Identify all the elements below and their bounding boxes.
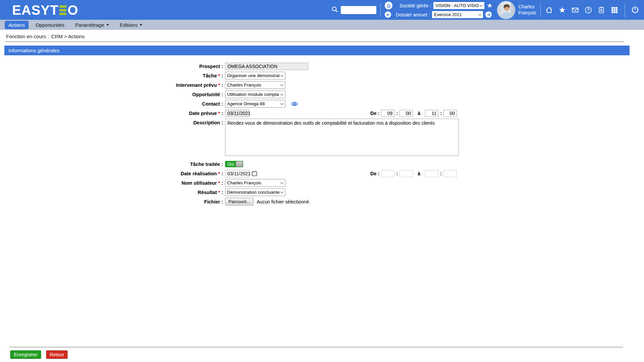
time-realisation-from-min[interactable] bbox=[399, 170, 413, 177]
date-realisation-field[interactable]: 03/11/2021 bbox=[225, 170, 249, 177]
apps-grid-icon[interactable] bbox=[610, 6, 619, 14]
previous-year-icon[interactable] bbox=[385, 11, 391, 18]
mail-icon[interactable] bbox=[571, 6, 580, 14]
form-row-intervenant: Intervenant prévu * : Charles François bbox=[0, 81, 644, 89]
company-home-icon[interactable] bbox=[385, 2, 392, 9]
dossier-label: Dossier annuel : bbox=[393, 12, 430, 17]
societe-row: Société gérée : VISION - AUTO VISION ★ bbox=[385, 2, 492, 9]
form-row-tache: Tâche * : Organiser une démonstratio bbox=[0, 72, 644, 79]
time-realisation-from-hour[interactable] bbox=[381, 170, 394, 177]
tache-traitee-label: Tâche traitée : bbox=[0, 162, 223, 167]
societe-select[interactable]: VISION - AUTO VISION bbox=[433, 2, 484, 9]
save-button[interactable]: Enregistrer bbox=[10, 350, 41, 359]
calendar-icon[interactable] bbox=[252, 171, 257, 176]
tache-traitee-toggle[interactable]: Oui bbox=[225, 161, 243, 167]
nom-utilisateur-select[interactable]: Charles François bbox=[225, 179, 285, 187]
time-prevue-to-hour[interactable] bbox=[425, 110, 438, 117]
page: EASYT O Société gérée : VISION bbox=[0, 0, 644, 362]
menu-parametrage-label: Paramétrage bbox=[75, 22, 104, 28]
favorites-icon[interactable]: ★ bbox=[558, 6, 567, 14]
time-realisation-to-hour[interactable] bbox=[425, 170, 438, 177]
resultat-select[interactable]: Démonstration concluante bbox=[225, 188, 285, 196]
toggle-on-label: Oui bbox=[225, 162, 234, 167]
form-row-contact: Contact : Agence Omega 88 bbox=[0, 100, 644, 108]
chevron-down-icon bbox=[280, 190, 284, 193]
caret-down-icon bbox=[140, 24, 142, 26]
a-label: à bbox=[418, 171, 420, 176]
user-block[interactable]: Charles François bbox=[497, 1, 536, 19]
dossier-select[interactable]: Exercice 2021 bbox=[432, 11, 483, 18]
section-header: Informations générales bbox=[4, 46, 630, 55]
breadcrumb: Fonction en cours :CRM > Actions bbox=[0, 30, 644, 42]
menu-parametrage[interactable]: Paramétrage bbox=[71, 21, 113, 29]
tab-actions-label: Actions bbox=[8, 22, 25, 28]
header-icon-strip: ★ ? bbox=[545, 3, 639, 17]
time-prevue-group: De : : à : bbox=[370, 110, 459, 117]
date-prevue-label: Date prévue * : bbox=[0, 111, 223, 116]
logo-text-right: O bbox=[67, 3, 78, 17]
form-row-description: Description : Rendez-vous de démonstrati… bbox=[0, 119, 644, 156]
contact-select[interactable]: Agence Omega 88 bbox=[225, 100, 285, 108]
breadcrumb-label: Fonction en cours : bbox=[6, 34, 49, 39]
intervenant-select[interactable]: Charles François bbox=[225, 81, 285, 89]
logo-text-left: EASYT bbox=[12, 3, 58, 17]
time-prevue-from-min[interactable] bbox=[399, 110, 413, 117]
tab-opportunites[interactable]: Opportunités bbox=[32, 21, 68, 29]
header-divider bbox=[625, 3, 625, 17]
de-label: De : bbox=[370, 171, 379, 176]
user-first-name: Charles bbox=[518, 4, 536, 10]
time-prevue-from-hour[interactable] bbox=[381, 110, 394, 117]
notes-icon[interactable] bbox=[597, 6, 606, 14]
prospect-label: Prospect : bbox=[0, 64, 223, 69]
avatar bbox=[497, 1, 515, 19]
tache-select[interactable]: Organiser une démonstratio bbox=[225, 72, 285, 79]
app-logo: EASYT O bbox=[12, 3, 78, 17]
form-row-resultat: Résultat * : Démonstration concluante bbox=[0, 188, 644, 196]
svg-text:?: ? bbox=[587, 8, 590, 12]
main-nav: Actions Opportunités Paramétrage Edition… bbox=[0, 20, 644, 30]
tache-label: Tâche * : bbox=[0, 73, 223, 78]
time-prevue-to-min[interactable] bbox=[443, 110, 457, 117]
date-realisation-label: Date réalisation * : bbox=[0, 171, 223, 176]
browse-file-button[interactable]: Parcourir... bbox=[225, 198, 254, 205]
tab-opportunites-label: Opportunités bbox=[36, 22, 64, 28]
time-realisation-group: De : : à : bbox=[370, 170, 459, 177]
header-divider bbox=[380, 3, 381, 17]
contact-label: Contact : bbox=[0, 101, 223, 107]
time-realisation-to-min[interactable] bbox=[443, 170, 457, 177]
home-icon[interactable] bbox=[545, 6, 553, 14]
favorite-star-icon[interactable]: ★ bbox=[487, 2, 492, 9]
description-label: Description : bbox=[0, 119, 223, 125]
chevron-down-icon bbox=[280, 181, 284, 184]
colon-separator: : bbox=[440, 111, 442, 116]
form-row-opportunite: Opportunité : Utilisation module compta bbox=[0, 90, 644, 98]
a-label: à bbox=[418, 111, 420, 116]
caret-down-icon bbox=[106, 24, 109, 26]
opportunite-select[interactable]: Utilisation module compta bbox=[225, 90, 285, 98]
form-row-tache-traitee: Tâche traitée : Oui bbox=[0, 160, 644, 168]
next-year-icon[interactable] bbox=[485, 11, 492, 18]
nom-utilisateur-label: Nom utilisateur * : bbox=[0, 180, 223, 186]
context-selectors: Société gérée : VISION - AUTO VISION ★ D… bbox=[385, 2, 492, 18]
search-icon bbox=[331, 6, 338, 14]
date-prevue-field[interactable]: 03/11/2021 bbox=[225, 110, 249, 117]
dossier-value: Exercice 2021 bbox=[434, 12, 462, 17]
menu-editions[interactable]: Editions bbox=[116, 21, 146, 29]
global-search-input[interactable] bbox=[341, 6, 376, 14]
chevron-down-icon bbox=[280, 83, 284, 86]
chevron-down-icon bbox=[478, 12, 482, 16]
form-row-prospect: Prospect : OMEGA ASSOCIATION bbox=[0, 62, 644, 70]
power-icon[interactable] bbox=[631, 6, 639, 14]
header-divider bbox=[540, 3, 541, 17]
back-button[interactable]: Retour bbox=[46, 350, 68, 359]
footer-buttons: Enregistrer Retour bbox=[10, 350, 644, 359]
tab-actions[interactable]: Actions bbox=[5, 21, 29, 29]
view-contact-eye-icon[interactable] bbox=[291, 102, 298, 106]
form-row-fichier: Fichier : Parcourir... Aucun fichier sél… bbox=[0, 198, 644, 205]
help-icon[interactable]: ? bbox=[584, 6, 593, 14]
societe-label: Société gérée : bbox=[395, 3, 431, 8]
prospect-field: OMEGA ASSOCIATION bbox=[225, 63, 308, 70]
description-textarea[interactable]: Rendez-vous de démonstration des outils … bbox=[225, 119, 459, 156]
fichier-label: Fichier : bbox=[0, 199, 223, 204]
chevron-down-icon bbox=[280, 73, 284, 77]
